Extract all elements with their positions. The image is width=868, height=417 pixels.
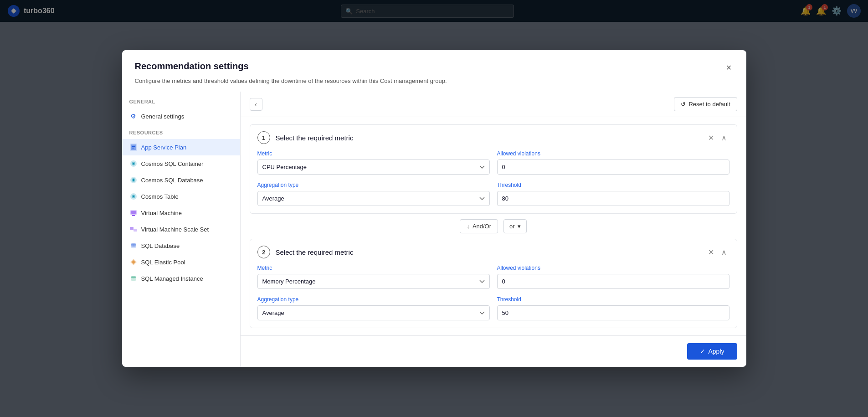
sidebar-item-virtual-machine[interactable]: Virtual Machine xyxy=(122,205,240,221)
metric-1-threshold-input[interactable] xyxy=(497,191,729,206)
sidebar-app-service-plan-label: App Service Plan xyxy=(141,144,187,151)
metric-2-number: 2 xyxy=(257,246,270,258)
metric-2-allowed-violations-group: Allowed violations xyxy=(497,265,729,289)
svg-rect-5 xyxy=(132,148,134,149)
general-settings-icon: ⚙ xyxy=(129,112,138,120)
or-button[interactable]: or ▾ xyxy=(503,219,527,233)
app-service-plan-icon xyxy=(129,143,138,151)
cosmos-table-icon xyxy=(129,192,138,201)
metric-1-aggregation-label: Aggregation type xyxy=(257,182,490,188)
sql-database-icon xyxy=(129,242,138,250)
metric-1-actions: ✕ ∧ xyxy=(705,132,729,144)
metric-2-threshold-input[interactable] xyxy=(497,305,729,320)
svg-rect-4 xyxy=(132,146,135,147)
metric-2-metric-group: Metric CPU Percentage Memory Percentage … xyxy=(257,265,490,289)
metric-card-2-body: Metric CPU Percentage Memory Percentage … xyxy=(250,265,737,328)
metric-2-aggregation-select[interactable]: Average Maximum Minimum Total xyxy=(257,305,490,320)
apply-check-icon: ✓ xyxy=(700,348,705,355)
sidebar-item-app-service-plan[interactable]: App Service Plan xyxy=(122,139,240,155)
sidebar-virtual-machine-label: Virtual Machine xyxy=(141,210,182,216)
svg-point-21 xyxy=(131,245,136,247)
sidebar-general-settings-label: General settings xyxy=(141,113,185,120)
modal-header: Recommendation settings × Configure the … xyxy=(122,50,746,92)
collapse-sidebar-button[interactable]: ‹ xyxy=(250,98,262,111)
svg-rect-17 xyxy=(132,215,135,216)
sidebar-item-cosmos-sql-container[interactable]: Cosmos SQL Container xyxy=(122,155,240,172)
modal-subtitle: Configure the metrics and threshold valu… xyxy=(135,77,734,84)
metric-2-allowed-violations-input[interactable] xyxy=(497,274,729,289)
metric-1-title: Select the required metric xyxy=(276,134,700,142)
cosmos-sql-container-icon xyxy=(129,160,138,168)
modal-title: Recommendation settings xyxy=(135,61,249,72)
metric-2-metric-label: Metric xyxy=(257,265,490,271)
main-content-scroll: 1 Select the required metric ✕ ∧ Metric xyxy=(241,117,746,335)
or-chevron-icon: ▾ xyxy=(518,223,521,230)
metric-2-allowed-violations-label: Allowed violations xyxy=(497,265,729,271)
metric-2-aggregation-group: Aggregation type Average Maximum Minimum… xyxy=(257,296,490,320)
metric-1-metric-group: Metric CPU Percentage Memory Percentage … xyxy=(257,150,490,175)
metric-1-allowed-violations-input[interactable] xyxy=(497,160,729,175)
metric-card-1-body: Metric CPU Percentage Memory Percentage … xyxy=(250,150,737,213)
svg-rect-19 xyxy=(134,229,137,232)
recommendation-settings-modal: Recommendation settings × Configure the … xyxy=(122,50,746,367)
svg-rect-3 xyxy=(131,144,136,150)
virtual-machine-scale-set-icon xyxy=(129,225,138,233)
apply-label: Apply xyxy=(708,348,724,355)
reset-label: Reset to default xyxy=(688,101,730,108)
metric-2-collapse-button[interactable]: ∧ xyxy=(719,246,729,258)
sidebar-sql-elastic-pool-label: SQL Elastic Pool xyxy=(141,259,185,266)
sidebar-item-general-settings[interactable]: ⚙ General settings xyxy=(122,108,240,124)
sidebar-sql-managed-instance-label: SQL Managed Instance xyxy=(141,275,203,282)
sidebar-resources-label: Resources xyxy=(122,124,240,139)
apply-button[interactable]: ✓ Apply xyxy=(687,343,737,360)
modal-main: ‹ ↺ Reset to default 1 Select the requir… xyxy=(241,92,746,367)
reset-to-default-button[interactable]: ↺ Reset to default xyxy=(674,97,737,111)
and-or-divider: ↓ And/Or or ▾ xyxy=(250,214,737,239)
metric-1-collapse-button[interactable]: ∧ xyxy=(719,132,729,144)
metric-2-close-button[interactable]: ✕ xyxy=(705,246,717,258)
cosmos-sql-database-icon xyxy=(129,176,138,184)
metric-1-number: 1 xyxy=(257,131,270,144)
metric-1-aggregation-select[interactable]: Average Maximum Minimum Total xyxy=(257,191,490,206)
metric-1-close-button[interactable]: ✕ xyxy=(705,132,717,144)
metric-1-metric-label: Metric xyxy=(257,150,490,157)
modal-overlay: Recommendation settings × Configure the … xyxy=(0,0,868,417)
and-or-arrow-icon: ↓ xyxy=(467,223,470,230)
metric-card-1: 1 Select the required metric ✕ ∧ Metric xyxy=(250,124,737,214)
sidebar-item-sql-managed-instance[interactable]: SQL Managed Instance xyxy=(122,270,240,287)
svg-point-11 xyxy=(133,179,134,181)
metric-card-1-header: 1 Select the required metric ✕ ∧ xyxy=(250,125,737,150)
sidebar-item-virtual-machine-scale-set[interactable]: Virtual Machine Scale Set xyxy=(122,221,240,237)
metric-1-metric-select[interactable]: CPU Percentage Memory Percentage Disk Re… xyxy=(257,160,490,175)
sidebar-cosmos-sql-database-label: Cosmos SQL Database xyxy=(141,177,203,184)
or-label: or xyxy=(509,223,515,230)
svg-point-8 xyxy=(133,163,134,165)
sidebar-item-sql-elastic-pool[interactable]: SQL Elastic Pool xyxy=(122,254,240,270)
metric-2-metric-select[interactable]: CPU Percentage Memory Percentage Disk Re… xyxy=(257,274,490,289)
modal-body: General ⚙ General settings Resources xyxy=(122,92,746,367)
metric-card-2-header: 2 Select the required metric ✕ ∧ xyxy=(250,239,737,265)
sidebar-item-cosmos-table[interactable]: Cosmos Table xyxy=(122,188,240,205)
metric-1-threshold-label: Threshold xyxy=(497,182,729,188)
and-or-label: And/Or xyxy=(473,223,491,230)
modal-sidebar: General ⚙ General settings Resources xyxy=(122,92,241,367)
sidebar-cosmos-table-label: Cosmos Table xyxy=(141,193,179,200)
sidebar-cosmos-sql-container-label: Cosmos SQL Container xyxy=(141,160,204,167)
svg-rect-16 xyxy=(131,211,136,214)
sidebar-sql-database-label: SQL Database xyxy=(141,242,180,249)
modal-title-row: Recommendation settings × xyxy=(135,61,734,74)
modal-close-button[interactable]: × xyxy=(724,61,734,74)
main-toolbar: ‹ ↺ Reset to default xyxy=(241,92,746,117)
metric-2-title: Select the required metric xyxy=(276,248,700,256)
reset-icon: ↺ xyxy=(681,101,686,108)
metric-2-aggregation-label: Aggregation type xyxy=(257,296,490,303)
modal-footer: ✓ Apply xyxy=(241,335,746,367)
metric-1-allowed-violations-label: Allowed violations xyxy=(497,150,729,157)
sidebar-virtual-machine-scale-set-label: Virtual Machine Scale Set xyxy=(141,226,209,233)
sidebar-item-sql-database[interactable]: SQL Database xyxy=(122,237,240,254)
virtual-machine-icon xyxy=(129,209,138,217)
sidebar-item-cosmos-sql-database[interactable]: Cosmos SQL Database xyxy=(122,172,240,188)
svg-point-14 xyxy=(133,196,134,197)
and-or-button[interactable]: ↓ And/Or xyxy=(460,219,498,233)
metric-card-2: 2 Select the required metric ✕ ∧ Metric xyxy=(250,239,737,328)
